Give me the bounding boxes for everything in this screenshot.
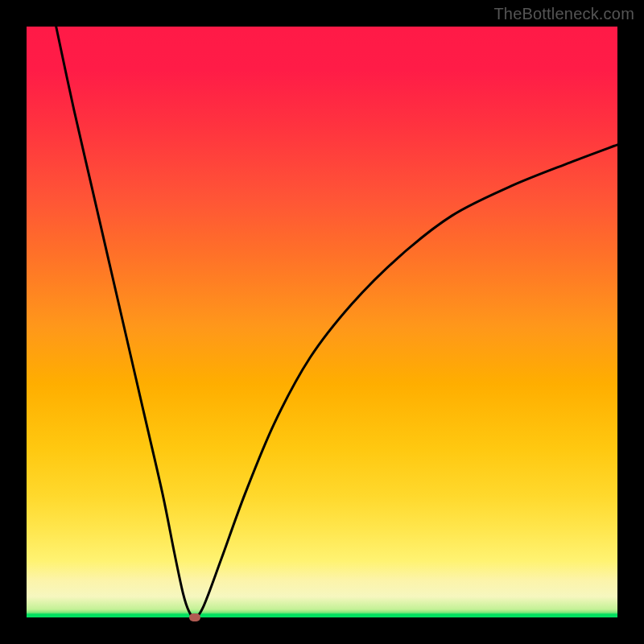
attribution-text: TheBottleneck.com bbox=[493, 5, 634, 23]
plot-area bbox=[27, 27, 617, 617]
chart-frame: TheBottleneck.com bbox=[0, 0, 644, 644]
bottleneck-curve bbox=[27, 27, 617, 617]
optimal-point-marker bbox=[189, 613, 200, 621]
